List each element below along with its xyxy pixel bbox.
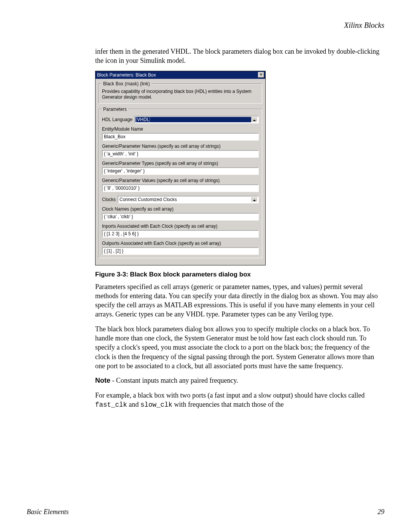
code-fast-clk: fast_clk	[95, 401, 127, 409]
footer-page-number: 29	[378, 508, 384, 516]
paragraph-cell-arrays: Parameters specified as cell arrays (gen…	[95, 282, 384, 319]
note-text: - Constant inputs match any paired frequ…	[110, 377, 238, 384]
parameters-groupbox: Parameters HDL Language VHDL Entity/Modu…	[99, 107, 262, 258]
clocks-row: Clocks Connect Customized Clocks	[102, 196, 259, 203]
clock-names-input[interactable]	[102, 213, 259, 220]
parameters-legend: Parameters	[102, 107, 128, 112]
generic-names-input[interactable]	[102, 150, 259, 158]
footer-section: Basic Elements	[27, 508, 68, 516]
generic-types-input[interactable]	[102, 167, 259, 175]
mask-description: Provides capability of incorporating bla…	[102, 89, 259, 100]
dialog-title: Block Parameters: Black Box	[97, 72, 156, 78]
generic-values-label: Generic/Parameter Values (specify as cel…	[102, 178, 259, 183]
hdl-language-select[interactable]	[134, 116, 259, 123]
hdl-language-label: HDL Language	[102, 117, 132, 122]
intro-paragraph: infer them in the generated VHDL. The bl…	[95, 47, 384, 66]
example-mid: and	[127, 401, 140, 408]
entity-name-input[interactable]	[102, 133, 259, 141]
clocks-label: Clocks	[102, 197, 116, 202]
generic-names-label: Generic/Parameter Names (specify as cell…	[102, 144, 259, 149]
code-slow-clk: slow_clk	[140, 401, 172, 409]
mask-legend: Black Box (mask) (link)	[102, 81, 151, 86]
generic-values-input[interactable]	[102, 184, 259, 192]
running-head: Xilinx Blocks	[95, 21, 384, 30]
generic-types-label: Generic/Parameter Types (specify as cell…	[102, 161, 259, 166]
inports-input[interactable]	[102, 230, 259, 238]
outports-input[interactable]	[102, 247, 259, 255]
example-post: with frequencies that match those of the	[172, 401, 284, 408]
paragraph-clocks: The black box block parameters dialog bo…	[95, 324, 384, 371]
note-label: Note	[95, 377, 110, 384]
inports-label: Inports Associated with Each Clock (spec…	[102, 224, 259, 229]
figure-caption: Figure 3-3: Black Box block parameters d…	[95, 271, 384, 278]
clocks-select[interactable]: Connect Customized Clocks	[118, 196, 259, 203]
close-icon[interactable]: ×	[258, 72, 264, 78]
hdl-language-row: HDL Language VHDL	[102, 116, 259, 123]
paragraph-note: Note - Constant inputs match any paired …	[95, 376, 384, 385]
page-footer: Basic Elements 29	[27, 508, 384, 516]
clock-names-label: Clock Names (specify as cell array)	[102, 206, 259, 212]
dialog-body: Black Box (mask) (link) Provides capabil…	[96, 79, 265, 265]
paragraph-example: For example, a black box with two ports …	[95, 391, 384, 410]
dialog-titlebar: Block Parameters: Black Box ×	[96, 71, 265, 79]
block-parameters-dialog: Block Parameters: Black Box × Black Box …	[95, 71, 266, 265]
mask-groupbox: Black Box (mask) (link) Provides capabil…	[99, 81, 262, 104]
outports-label: Outports Associated with Each Clock (spe…	[102, 241, 259, 246]
entity-name-label: Entity/Module Name	[102, 126, 259, 132]
example-pre: For example, a black box with two ports …	[95, 391, 365, 399]
